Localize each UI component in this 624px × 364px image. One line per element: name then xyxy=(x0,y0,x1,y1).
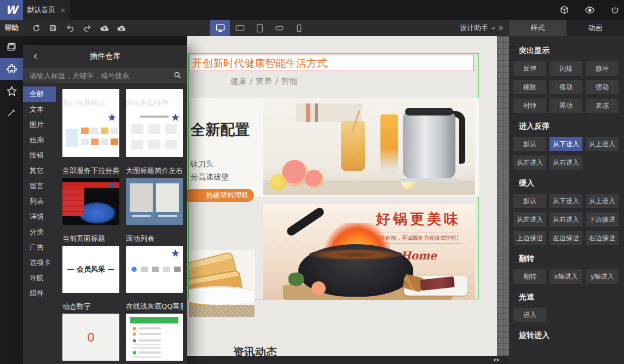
animation-section-lightspeed: 光速 进入 xyxy=(513,292,620,322)
tab-animation[interactable]: 动画 xyxy=(567,20,624,36)
animation-option-button[interactable]: 摇动 xyxy=(550,80,582,94)
plugin-category[interactable]: 文本 xyxy=(23,102,56,117)
power-exit-icon[interactable] xyxy=(610,5,620,15)
animation-option-button[interactable]: 橡胶 xyxy=(513,80,546,94)
animation-option-button[interactable]: 下边缘进 xyxy=(586,212,619,227)
plugin-category[interactable]: 导航 xyxy=(23,270,56,286)
cloud-upload-icon[interactable] xyxy=(99,22,109,34)
plugin-item[interactable]: 在线浅灰底QQ客服 xyxy=(126,302,183,361)
animation-option-button[interactable]: 脉冲 xyxy=(586,61,619,76)
page-title-component[interactable]: 开创新时代健康智能生活方式 xyxy=(189,55,474,71)
plugin-item[interactable]: 大图标题简介左右切... xyxy=(126,166,183,225)
plugin-category[interactable]: 图片 xyxy=(23,117,56,132)
plugin-thumb-preview xyxy=(126,178,183,225)
animation-option-button[interactable]: 从右进入 xyxy=(550,155,582,170)
device-phone-landscape-icon[interactable] xyxy=(269,20,289,36)
plugin-category[interactable]: 分类 xyxy=(23,224,56,240)
plugin-category[interactable]: 组件 xyxy=(23,286,56,301)
plugin-item[interactable]: 动态数字 0 xyxy=(62,302,119,361)
plugin-item[interactable]: 当前页面标题 — 会员风采 — xyxy=(62,234,119,293)
animation-option-button[interactable]: 默认 xyxy=(513,137,546,151)
animation-option-button[interactable]: 从左进入 xyxy=(513,212,546,227)
page-tab[interactable]: 默认首页 × xyxy=(23,0,70,20)
plugin-category[interactable]: 详情 xyxy=(23,209,56,224)
plugin-category[interactable]: 按钮 xyxy=(23,148,56,163)
animation-option-button[interactable]: 进入 xyxy=(513,308,546,322)
animation-option-button[interactable]: 从下进入 xyxy=(550,137,582,151)
plugin-item[interactable]: 全部服务下拉分类带... xyxy=(62,166,119,225)
plugin-category[interactable]: 其它 xyxy=(23,163,56,178)
animation-option-button[interactable]: 果冻 xyxy=(586,99,619,113)
design-assistant-label: 设计助手 xyxy=(460,23,488,33)
animation-option-button[interactable]: 翻转 xyxy=(513,269,546,284)
animation-option-button[interactable]: 默认 xyxy=(513,194,546,208)
back-chevron-icon[interactable] xyxy=(32,53,39,60)
star-icon xyxy=(171,113,180,122)
plugin-item-thumbnail: 0 xyxy=(62,314,119,361)
plugin-category[interactable]: 留言 xyxy=(23,178,56,194)
rail-pages-icon[interactable] xyxy=(0,36,23,58)
wok-banner-image[interactable]: 好锅更美味 无忧购物，至诚服务为你保驾护航! Warm Home xyxy=(263,204,475,300)
animation-option-button[interactable]: 晃动 xyxy=(550,99,582,113)
plugin-category[interactable]: 选项卡 xyxy=(23,255,56,270)
news-section-heading[interactable]: 资讯动态 xyxy=(233,345,277,356)
animation-option-button[interactable]: x轴进入 xyxy=(550,269,582,284)
device-phone-portrait-icon[interactable] xyxy=(289,20,309,36)
animation-option-button[interactable]: y轴进入 xyxy=(586,269,619,284)
app-logo[interactable]: W xyxy=(0,0,23,20)
device-desktop-icon[interactable] xyxy=(210,20,230,36)
save-icon[interactable] xyxy=(48,22,59,34)
animation-option-button[interactable]: 右边缘进 xyxy=(586,231,619,245)
design-assistant-dropdown[interactable]: 设计助手 xyxy=(460,20,496,36)
panel-collapse-button[interactable] xyxy=(497,20,504,36)
animation-section-title: 旋转进入 xyxy=(519,331,620,340)
refresh-icon[interactable] xyxy=(31,22,42,34)
plugin-category[interactable]: 全部 xyxy=(23,86,56,102)
plugin-search-input[interactable] xyxy=(23,68,187,83)
redo-icon[interactable] xyxy=(82,22,93,34)
plugin-item-label: 热门推荐商品 xyxy=(62,98,119,107)
code-view-icon[interactable]: <> xyxy=(493,356,499,363)
animation-option-button[interactable]: 从右进入 xyxy=(550,212,582,227)
animation-option-button[interactable]: 从左进入 xyxy=(513,155,546,170)
tab-close-icon[interactable]: × xyxy=(60,6,66,14)
plugin-item[interactable]: 网站类型推荐 xyxy=(126,98,183,157)
animation-option-button[interactable]: 摆动 xyxy=(586,80,619,94)
hero-feature-2: 分高速破壁 xyxy=(190,172,229,182)
cloud-download-icon[interactable] xyxy=(115,22,126,34)
search-icon[interactable] xyxy=(173,71,182,79)
device-tablet-landscape-icon[interactable] xyxy=(230,20,250,36)
undo-icon[interactable] xyxy=(65,22,76,34)
plugin-category[interactable]: 画廊 xyxy=(23,132,56,148)
plugin-item[interactable]: 热门推荐商品 xyxy=(62,98,119,157)
rail-favorites-icon[interactable] xyxy=(0,80,23,102)
tab-style[interactable]: 样式 xyxy=(509,20,567,36)
plugin-item[interactable]: 滚动列表 xyxy=(126,234,183,293)
animation-option-button[interactable]: 上边缘进 xyxy=(513,231,546,245)
animation-option-button[interactable]: 反弹 xyxy=(513,61,546,76)
animation-option-button[interactable]: 从上进入 xyxy=(586,137,619,151)
placemat-decor xyxy=(189,305,255,317)
help-button[interactable]: 帮助 xyxy=(0,20,23,36)
rail-plugins-icon[interactable] xyxy=(0,58,23,80)
plugin-thumb-preview: — 会员风采 — xyxy=(62,246,119,293)
preview-eye-icon[interactable] xyxy=(585,5,595,15)
animation-option-button[interactable]: 闪烁 xyxy=(550,61,582,76)
toast-image[interactable] xyxy=(189,250,255,317)
animation-option-button[interactable]: 左边缘进 xyxy=(550,231,582,245)
device-tablet-portrait-icon[interactable] xyxy=(250,20,269,36)
page-subtitle[interactable]: 健康 / 营养 / 智能 xyxy=(230,77,298,86)
canvas-scrollbar[interactable] xyxy=(497,36,509,356)
plugin-item-thumbnail xyxy=(126,110,183,157)
plugin-category[interactable]: 广告 xyxy=(23,240,56,255)
rail-magic-wand-icon[interactable] xyxy=(0,102,23,124)
animation-option-button[interactable]: 从上进入 xyxy=(586,194,619,208)
animation-option-button[interactable]: 从下进入 xyxy=(550,194,582,208)
kettle-product-image[interactable] xyxy=(263,98,475,195)
plate-decor xyxy=(189,286,255,305)
template-cube-icon[interactable] xyxy=(559,5,569,15)
hero-cta-button[interactable]: 热破壁料理机 xyxy=(187,189,254,202)
animation-option-button[interactable]: 时钟 xyxy=(513,99,546,113)
plugin-category[interactable]: 列表 xyxy=(23,194,56,209)
design-canvas[interactable]: 开创新时代健康智能生活方式 健康 / 营养 / 智能 全新配置 钛刀头 分高速破… xyxy=(187,36,497,356)
